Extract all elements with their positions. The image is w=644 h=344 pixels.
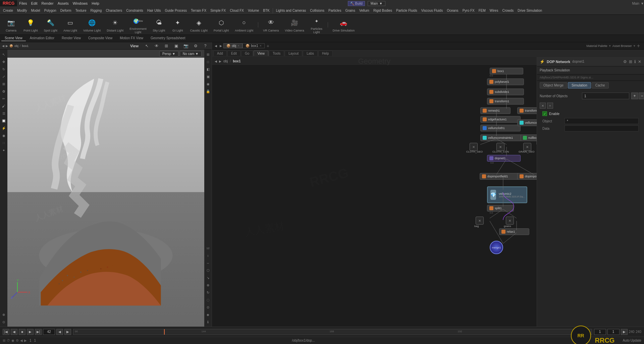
- tb-oceans[interactable]: Oceans: [445, 8, 460, 13]
- tb-btk[interactable]: BTK: [261, 8, 271, 13]
- node-edgefracture1[interactable]: edgefracture1: [480, 116, 521, 123]
- main-badge-center[interactable]: Main ▼: [368, 1, 386, 6]
- status-right-arr[interactable]: ▶: [24, 339, 27, 342]
- dop-plus-btn2[interactable]: +: [547, 103, 553, 109]
- view-tool-btn[interactable]: 👁: [152, 42, 161, 50]
- tab-animeditor[interactable]: Animation Editor: [26, 36, 58, 41]
- light-envlight[interactable]: 🌍Env EnvironmentLight: [127, 15, 149, 35]
- tab-compositeview[interactable]: Composite View: [85, 36, 116, 41]
- tb-grains[interactable]: Grains: [343, 8, 357, 13]
- add-tab-btn[interactable]: +: [265, 43, 271, 49]
- path-obj-close[interactable]: ×: [237, 44, 239, 48]
- node-canvas[interactable]: box1 0.0 polybevel1 subdivide1: [212, 66, 537, 327]
- rtool-13[interactable]: ↻: [205, 289, 211, 296]
- node-path-box1[interactable]: box1: [233, 59, 240, 63]
- add-panel-btn[interactable]: +: [637, 43, 640, 49]
- tb-polygon[interactable]: Polygon: [43, 8, 58, 13]
- node-nullboxvop1[interactable]: nullboxvop1: [521, 134, 537, 141]
- light-skylight[interactable]: 🌤 Sky Light: [151, 16, 167, 34]
- node-grains[interactable]: ✕: [506, 217, 514, 225]
- tl-start-frame[interactable]: [594, 329, 606, 335]
- tb-viscousfluids[interactable]: Viscous Fluids: [420, 8, 444, 13]
- node-bag[interactable]: ✕: [476, 217, 484, 225]
- path-box1-close[interactable]: ×: [260, 44, 262, 48]
- nocam-btn[interactable]: No cam ▼: [180, 51, 202, 57]
- tb-rigging[interactable]: Rigging: [89, 8, 103, 13]
- tl-end-btn[interactable]: ▶|: [35, 329, 42, 335]
- rtool-1[interactable]: ⊞: [205, 51, 211, 58]
- menu-files[interactable]: Files: [17, 1, 29, 6]
- build-badge[interactable]: 🔨 Build: [348, 1, 365, 6]
- action-tab-layout[interactable]: Layout: [285, 51, 302, 56]
- node-split1[interactable]: split1: [487, 205, 514, 212]
- playback-simulation-btn[interactable]: Playback Simulation: [540, 68, 570, 72]
- rtool-16[interactable]: ◈: [205, 311, 211, 318]
- tl-play-btn[interactable]: ▶: [27, 329, 34, 335]
- tb-simplefx[interactable]: Simple FX: [209, 8, 227, 13]
- action-tab-tools[interactable]: Tools: [269, 51, 284, 56]
- rtool-info[interactable]: ℹ: [205, 319, 211, 325]
- dop-x-btn[interactable]: ✕: [540, 103, 546, 109]
- action-tab-labs[interactable]: Labs: [303, 51, 318, 56]
- node-path-obj[interactable]: obj: [223, 59, 228, 63]
- dop-add-btn[interactable]: +: [631, 93, 638, 99]
- rtool-14[interactable]: ◌: [205, 296, 211, 303]
- node-merge1[interactable]: merge1: [490, 241, 503, 254]
- dop-tab-simulation[interactable]: Simulation: [568, 82, 591, 89]
- node-cloth-con[interactable]: ✕: [496, 143, 504, 151]
- node-subdivide1[interactable]: subdivide1: [487, 89, 524, 95]
- tb-crowds[interactable]: Crowds: [500, 8, 515, 13]
- rtool-10[interactable]: ⬡: [205, 267, 211, 274]
- tb-model[interactable]: Model: [29, 8, 42, 13]
- viewport-area[interactable]: ↖ ✥ ↻ ⤢ ⊞ ✿ ✏ 🖌 ☰ 🔲 ⚡ ◉ ∷ ✦ ⊕ ⊙: [0, 50, 212, 327]
- vtool-handle[interactable]: ✿: [0, 88, 7, 95]
- light-particles[interactable]: ✦ ParticlesLight: [308, 15, 325, 35]
- vtool-menu2[interactable]: 🔲: [0, 117, 7, 124]
- rtool-3[interactable]: ◧: [205, 66, 211, 72]
- tb-pyrofx[interactable]: Pyro FX: [461, 8, 476, 13]
- transform-tool-btn[interactable]: ⊞: [162, 42, 171, 50]
- enable-checkbox[interactable]: ✓: [542, 111, 547, 116]
- action-tab-go[interactable]: Go: [241, 51, 253, 56]
- tab-geospreadsheet[interactable]: Geometry Spreadsheet: [147, 36, 189, 41]
- rtool-6[interactable]: 🔒: [205, 88, 211, 95]
- tb-particles[interactable]: Particles: [327, 8, 343, 13]
- tb-constraints[interactable]: Constraints: [124, 8, 145, 13]
- vtool-bottom2[interactable]: ⊙: [0, 319, 7, 325]
- vtool-select[interactable]: ↖: [0, 51, 7, 58]
- nav-back-btn[interactable]: ◀: [213, 44, 218, 48]
- tb-deform[interactable]: Deform: [59, 8, 73, 13]
- node-editor-fwd[interactable]: ▶: [219, 60, 221, 63]
- tl-set-btn[interactable]: ▶: [621, 329, 628, 335]
- vtool-extra[interactable]: ✦: [0, 147, 7, 154]
- tb-rigidbodies[interactable]: Rigid Bodies: [372, 8, 394, 13]
- timeline-bar[interactable]: 96 144 168 192 216: [73, 329, 592, 335]
- display-tool-btn[interactable]: ▣: [172, 42, 180, 50]
- tl-prev2[interactable]: ◀: [56, 329, 63, 335]
- dop-info-icon[interactable]: ℹ: [634, 59, 636, 64]
- tb-guideprocess[interactable]: Guide Process: [163, 8, 189, 13]
- action-tab-add[interactable]: Add: [213, 51, 227, 56]
- dop-tab-objectmerge[interactable]: Object Merge: [540, 82, 567, 89]
- help-tool-btn[interactable]: ?: [201, 42, 210, 50]
- node-polybevel1[interactable]: polybevel1: [487, 78, 524, 85]
- light-distantlight[interactable]: ☀ Distant Light: [105, 16, 125, 34]
- tb-volume[interactable]: Volume: [246, 8, 261, 13]
- tl-next2[interactable]: ▶: [64, 329, 71, 335]
- vtool-paint[interactable]: 🖌: [0, 103, 7, 109]
- light-spotlight[interactable]: 🔦 Spot Light: [42, 16, 60, 34]
- node-box1[interactable]: box1: [490, 68, 523, 74]
- vtool-menu3[interactable]: ⚡: [0, 125, 7, 131]
- vtool-particles[interactable]: ∷: [0, 139, 7, 146]
- vtool-scale[interactable]: ⤢: [0, 73, 7, 80]
- dop-settings-icon[interactable]: ⚙: [623, 59, 627, 64]
- action-tab-help[interactable]: Help: [318, 51, 333, 56]
- path-tab-obj[interactable]: 📦 obj ×: [223, 43, 243, 48]
- camera-tool-btn[interactable]: 📷: [181, 42, 190, 50]
- tb-collisions[interactable]: Collisions: [308, 8, 326, 13]
- rtool-5[interactable]: ◉: [205, 80, 211, 87]
- status-left-arr[interactable]: ◀: [20, 339, 23, 342]
- dop-numobjects-input[interactable]: [582, 93, 629, 99]
- tb-characters[interactable]: Characters: [104, 8, 124, 13]
- vtool-menu1[interactable]: ☰: [0, 110, 7, 117]
